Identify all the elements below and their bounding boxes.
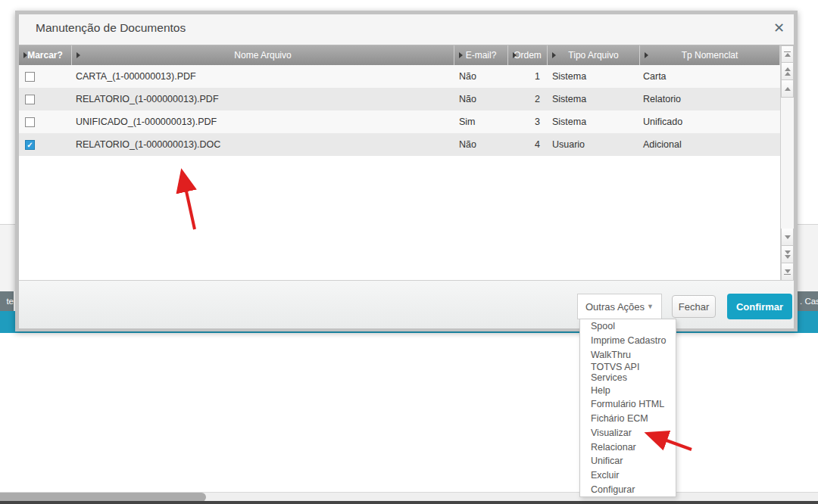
arrow-down-icon	[785, 235, 791, 239]
scrollbar-track[interactable]	[781, 98, 794, 229]
arrow-down-icon	[785, 269, 791, 273]
column-header-label: E-mail?	[466, 50, 497, 61]
column-header-tipo-arquivo[interactable]: Tipo Arquivo	[548, 45, 640, 65]
table-row[interactable]: RELATORIO_(1-000000013).PDF Não 2 Sistem…	[19, 88, 780, 110]
document-maintenance-dialog: Manutenção de Documentos ✕ Marcar? Nome …	[15, 11, 798, 331]
cell-marcar	[19, 88, 72, 110]
background-tab-left[interactable]: te	[0, 291, 14, 311]
cell-ordem: 3	[508, 110, 548, 133]
cell-ordem: 2	[508, 88, 548, 110]
cell-email: Não	[454, 133, 508, 156]
menu-item-walkthru[interactable]: WalkThru	[580, 347, 676, 362]
page-up-button[interactable]	[781, 63, 794, 80]
cell-nome-arquivo: RELATORIO_(1-000000013).DOC	[72, 133, 454, 156]
line-icon	[784, 274, 791, 275]
arrow-up-icon	[785, 53, 791, 57]
cell-tipo-arquivo: Sistema	[548, 88, 640, 110]
column-header-label: Tp Nomenclat	[682, 50, 738, 61]
sort-arrow-icon	[76, 52, 80, 58]
background-tab-right[interactable]: . Cas	[798, 291, 818, 311]
cell-ordem: 1	[508, 65, 548, 88]
grid-rows: CARTA_(1-000000013).PDF Não 1 Sistema Ca…	[19, 65, 780, 156]
close-button[interactable]: Fechar	[672, 295, 716, 318]
cell-tipo-arquivo: Sistema	[548, 65, 640, 88]
menu-item-imprime-cadastro[interactable]: Imprime Cadastro	[580, 334, 676, 348]
menu-item-formulario-html[interactable]: Formulário HTML	[580, 397, 676, 412]
cell-tp-nomenclat: Relatorio	[640, 88, 780, 110]
arrow-down-icon	[785, 250, 791, 254]
sort-arrow-icon	[459, 52, 463, 58]
row-checkbox[interactable]	[25, 72, 35, 82]
cell-email: Sim	[454, 110, 508, 133]
line-down-button[interactable]	[781, 229, 794, 246]
sort-arrow-icon	[645, 52, 648, 58]
column-header-label: Marcar?	[27, 50, 63, 61]
column-header-label: Ordem	[514, 50, 542, 61]
menu-item-visualizar[interactable]: Visualizar	[580, 425, 676, 440]
arrow-up-icon	[785, 87, 791, 91]
menu-item-spool[interactable]: Spool	[580, 319, 676, 334]
menu-item-excluir[interactable]: Excluir	[580, 468, 676, 483]
sort-arrow-icon	[513, 52, 517, 58]
other-actions-menu: SpoolImprime CadastroWalkThruTOTVS API S…	[579, 319, 676, 497]
cell-email: Não	[454, 65, 508, 88]
dialog-footer: Outras Ações ▼ Fechar Confirmar	[19, 280, 794, 328]
menu-item-relacionar[interactable]: Relacionar	[580, 440, 676, 454]
sort-arrow-icon	[23, 52, 27, 58]
other-actions-label: Outras Ações	[585, 301, 645, 313]
confirm-button[interactable]: Confirmar	[727, 294, 792, 319]
documents-table: Marcar? Nome Arquivo E-mail? Ordem Tipo …	[19, 45, 794, 281]
cell-marcar	[19, 65, 72, 88]
column-header-ordem[interactable]: Ordem	[508, 45, 548, 65]
cell-nome-arquivo: RELATORIO_(1-000000013).PDF	[72, 88, 454, 110]
column-header-tp-nomenclat[interactable]: Tp Nomenclat	[640, 45, 780, 65]
cell-tp-nomenclat: Unificado	[640, 110, 780, 133]
scroll-to-bottom-button[interactable]	[781, 263, 794, 281]
table-header-row: Marcar? Nome Arquivo E-mail? Ordem Tipo …	[19, 45, 780, 65]
row-checkbox[interactable]	[25, 95, 35, 104]
other-actions-button[interactable]: Outras Ações ▼	[577, 294, 662, 319]
cell-nome-arquivo: CARTA_(1-000000013).PDF	[72, 65, 454, 88]
arrow-up-icon	[785, 72, 791, 76]
menu-item-unificar[interactable]: Unificar	[580, 454, 676, 468]
column-header-label: Nome Arquivo	[234, 50, 291, 61]
menu-item-totvs-api-services[interactable]: TOTVS API Services	[580, 362, 676, 383]
menu-item-help[interactable]: Help	[580, 383, 676, 397]
column-header-nome-arquivo[interactable]: Nome Arquivo	[72, 45, 454, 65]
page-down-button[interactable]	[781, 246, 794, 263]
table-row[interactable]: UNIFICADO_(1-000000013).PDF Sim 3 Sistem…	[19, 110, 780, 133]
scroll-to-top-button[interactable]	[781, 45, 794, 63]
line-icon	[784, 51, 791, 52]
column-header-email[interactable]: E-mail?	[454, 45, 508, 65]
cell-tipo-arquivo: Usuario	[548, 133, 640, 156]
arrow-up-icon	[785, 67, 791, 71]
cell-tp-nomenclat: Carta	[640, 65, 780, 88]
close-icon[interactable]: ✕	[773, 20, 785, 36]
column-header-label: Tipo Arquivo	[568, 50, 618, 61]
chevron-down-icon: ▼	[647, 303, 654, 310]
line-up-button[interactable]	[781, 80, 794, 98]
table-row[interactable]: CARTA_(1-000000013).PDF Não 1 Sistema Ca…	[19, 65, 780, 88]
cell-ordem: 4	[508, 133, 548, 156]
table-row[interactable]: ✓ RELATORIO_(1-000000013).DOC Não 4 Usua…	[19, 133, 780, 156]
row-checkbox[interactable]	[25, 117, 35, 127]
sort-arrow-icon	[552, 52, 556, 58]
cell-nome-arquivo: UNIFICADO_(1-000000013).PDF	[72, 110, 454, 133]
column-header-marcar[interactable]: Marcar?	[19, 45, 72, 65]
cell-email: Não	[454, 88, 508, 110]
arrow-down-icon	[785, 255, 791, 259]
cell-marcar	[19, 110, 72, 133]
dialog-title-bar: Manutenção de Documentos ✕	[19, 14, 794, 45]
menu-item-fichario-ecm[interactable]: Fichário ECM	[580, 412, 676, 426]
cell-tp-nomenclat: Adicional	[640, 133, 780, 156]
menu-item-configurar[interactable]: Configurar	[580, 482, 676, 496]
vertical-scrollbar[interactable]	[780, 45, 794, 281]
cell-tipo-arquivo: Sistema	[548, 110, 640, 133]
cell-marcar: ✓	[19, 133, 72, 156]
screen: te . Cas Manutenção de Documentos ✕ Marc…	[0, 0, 818, 504]
page-title: Manutenção de Documentos	[36, 21, 186, 35]
row-checkbox[interactable]: ✓	[25, 140, 35, 150]
bottom-status-strip	[0, 501, 818, 504]
